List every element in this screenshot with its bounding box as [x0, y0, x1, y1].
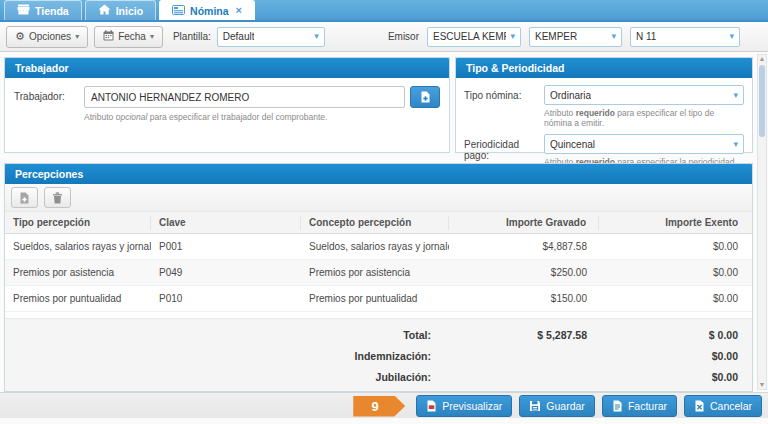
app-window: Tienda Inicio Nómina × ⚙ Opciones ▾ Fech…: [0, 0, 768, 424]
trabajador-helper: Atributo opcional para especificar el tr…: [84, 112, 440, 122]
step-badge: 9: [353, 396, 405, 417]
store-icon: [17, 4, 30, 17]
save-icon: [529, 400, 541, 412]
table-row[interactable]: Premios por asistencia P049 Premios por …: [5, 260, 752, 286]
scrollbar-thumb[interactable]: [759, 65, 765, 137]
cancel-icon: [694, 400, 705, 412]
plantilla-label: Plantilla:: [173, 31, 211, 42]
tab-nomina[interactable]: Nómina ×: [159, 0, 255, 20]
emisor-group: Emisor ESCUELA KEMPER U ▾ KEMPER ▾ N 11 …: [384, 27, 740, 47]
chevron-down-icon: ▾: [314, 32, 319, 41]
emisor-label: Emisor: [388, 31, 419, 42]
guardar-button[interactable]: Guardar: [519, 395, 595, 417]
select-trabajador-button[interactable]: [410, 86, 440, 108]
column-header[interactable]: Concepto percepción: [301, 216, 449, 230]
total-row: Total: $ 5,287.58 $ 0.00: [5, 324, 752, 345]
tipo-nomina-select[interactable]: Ordinaria ▾: [544, 85, 744, 105]
emisor-select[interactable]: ESCUELA KEMPER U ▾: [427, 27, 521, 47]
periodicidad-label: Periodicidad pago:: [464, 134, 544, 161]
cancelar-button[interactable]: Cancelar: [684, 395, 762, 417]
opciones-button[interactable]: ⚙ Opciones ▾: [6, 26, 88, 48]
pdf-icon: [426, 400, 437, 412]
chevron-down-icon: ▾: [729, 32, 734, 41]
home-icon: [98, 4, 111, 17]
delete-percepcion-button[interactable]: [44, 187, 71, 208]
trabajador-panel: Trabajador Trabajador: Atributo opcional…: [4, 57, 450, 153]
column-header[interactable]: Tipo percepción: [5, 216, 151, 230]
tab-tienda[interactable]: Tienda: [4, 0, 82, 20]
tipo-nomina-helper: Atributo requerido para especificar el t…: [544, 108, 744, 128]
panel-title: Trabajador: [5, 58, 449, 78]
totals-section: Total: $ 5,287.58 $ 0.00 Indemnización: …: [5, 318, 752, 392]
tab-bar: Tienda Inicio Nómina ×: [0, 0, 768, 22]
fecha-button[interactable]: Fecha ▾: [94, 26, 163, 48]
scroll-up-icon[interactable]: ▲: [758, 55, 766, 63]
invoice-icon: [612, 400, 623, 412]
chevron-down-icon: ▾: [611, 32, 616, 41]
chevron-down-icon: ▾: [75, 33, 79, 41]
column-header[interactable]: Importe Gravado: [449, 216, 599, 230]
trabajador-input[interactable]: [84, 86, 405, 108]
table-row[interactable]: Sueldos, salarios rayas y jornales P001 …: [5, 234, 752, 260]
tab-inicio[interactable]: Inicio: [85, 0, 156, 20]
previsualizar-button[interactable]: Previsualizar: [416, 395, 512, 417]
add-percepcion-button[interactable]: [11, 187, 38, 208]
serie-select[interactable]: N 11 ▾: [630, 27, 740, 47]
column-header[interactable]: Clave: [151, 216, 301, 230]
chevron-down-icon: ▾: [733, 140, 738, 149]
panel-title: Percepciones: [5, 164, 752, 184]
column-header[interactable]: Importe Exento: [599, 216, 752, 230]
tab-label: Tienda: [35, 5, 69, 17]
tab-label: Inicio: [116, 5, 143, 17]
facturar-button[interactable]: Facturar: [602, 395, 677, 417]
scroll-down-icon[interactable]: ▼: [758, 381, 766, 389]
footer-action-bar: 9 Previsualizar Guardar Facturar Cancela…: [0, 392, 768, 424]
chevron-down-icon: ▾: [510, 32, 515, 41]
indemnizacion-row: Indemnización: $0.00: [5, 345, 752, 366]
content-area: Trabajador Trabajador: Atributo opcional…: [0, 52, 768, 392]
trabajador-label: Trabajador:: [14, 86, 84, 102]
vertical-scrollbar[interactable]: ▲ ▼: [757, 54, 767, 390]
tipo-nomina-label: Tipo nómina:: [464, 85, 544, 101]
table-header: Tipo percepción Clave Concepto percepció…: [5, 212, 752, 234]
jubilacion-row: Jubilación: $0.00: [5, 366, 752, 387]
chevron-down-icon: ▾: [733, 91, 738, 100]
page-plus-icon: [420, 91, 431, 103]
chevron-down-icon: ▾: [150, 33, 154, 41]
main-toolbar: ⚙ Opciones ▾ Fecha ▾ Plantilla: Default …: [0, 22, 768, 52]
gear-icon: ⚙: [15, 31, 25, 42]
table-row[interactable]: Premios por puntualidad P010 Premios por…: [5, 286, 752, 312]
close-icon[interactable]: ×: [236, 5, 242, 16]
tipo-periodicidad-panel: Tipo & Periodicidad Tipo nómina: Ordinar…: [455, 57, 753, 153]
page-plus-icon: [19, 192, 30, 204]
empresa-select[interactable]: KEMPER ▾: [529, 27, 622, 47]
trash-icon: [52, 192, 63, 204]
calendar-icon: [103, 30, 114, 43]
periodicidad-select[interactable]: Quincenal ▾: [544, 134, 744, 154]
payroll-form-icon: [172, 5, 185, 17]
panel-title: Tipo & Periodicidad: [456, 58, 752, 78]
plantilla-select[interactable]: Default ▾: [217, 27, 325, 47]
percepciones-panel: Percepciones Tipo percepción Clave Conce…: [4, 163, 753, 392]
percepciones-toolbar: [5, 184, 752, 212]
tab-label: Nómina: [190, 5, 229, 17]
